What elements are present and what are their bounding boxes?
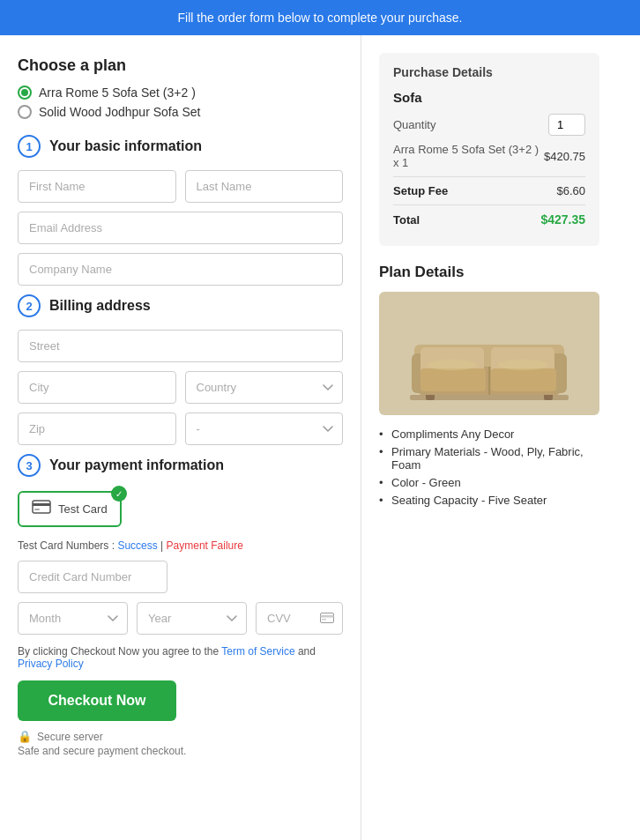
- sofa-image: [379, 292, 599, 415]
- cc-row: [18, 561, 343, 593]
- total-amount: $427.35: [540, 212, 585, 227]
- step2-circle: 2: [18, 294, 41, 317]
- setup-fee: $6.60: [556, 184, 585, 197]
- divider1: [393, 176, 585, 177]
- svg-rect-1: [33, 503, 50, 506]
- quantity-label: Quantity: [393, 118, 435, 131]
- privacy-link[interactable]: Privacy Policy: [18, 658, 84, 670]
- success-link[interactable]: Success: [117, 539, 157, 552]
- secure-info: 🔒 Secure server: [18, 730, 343, 743]
- radio-selected-icon: [18, 85, 32, 100]
- purchase-item-name: Sofa: [393, 90, 585, 105]
- svg-rect-4: [321, 615, 334, 618]
- plan-option-1-label: Arra Rome 5 Sofa Set (3+2 ): [39, 85, 196, 100]
- failure-link[interactable]: Payment Failure: [167, 539, 243, 552]
- step3-header: 3 Your payment information: [18, 454, 343, 477]
- divider2: [393, 204, 585, 205]
- state-select[interactable]: -: [185, 413, 344, 445]
- cc-number-input[interactable]: [18, 561, 167, 593]
- test-card-info: Test Card Numbers : Success | Payment Fa…: [18, 539, 343, 552]
- terms-between: and: [295, 645, 316, 658]
- svg-point-18: [428, 360, 477, 370]
- banner-text: Fill the order form below to complete yo…: [178, 11, 463, 25]
- item-price: $420.75: [544, 150, 585, 163]
- card-check-icon: ✓: [111, 486, 127, 502]
- svg-rect-0: [33, 501, 50, 513]
- month-select[interactable]: Month 01020304 05060708 09101112: [18, 602, 128, 635]
- left-panel: Choose a plan Arra Rome 5 Sofa Set (3+2 …: [0, 35, 361, 840]
- secure-sublabel: Safe and secure payment checkout.: [18, 745, 343, 757]
- zip-input[interactable]: [18, 413, 176, 445]
- terms-before: By clicking Checkout Now you agree to th…: [18, 645, 221, 658]
- top-banner: Fill the order form below to complete yo…: [0, 0, 640, 35]
- city-country-row: Country: [18, 371, 343, 404]
- cvv-card-icon: [320, 612, 334, 626]
- purchase-title: Purchase Details: [393, 65, 585, 79]
- plan-options: Arra Rome 5 Sofa Set (3+2 ) Solid Wood J…: [18, 85, 343, 119]
- plan-details: Plan Details: [379, 264, 599, 507]
- plan-details-title: Plan Details: [379, 264, 599, 281]
- step3-circle: 3: [18, 454, 41, 477]
- step1-header: 1 Your basic information: [18, 135, 343, 158]
- svg-rect-16: [420, 368, 486, 391]
- card-option[interactable]: Test Card ✓: [18, 491, 122, 527]
- quantity-row: Quantity: [393, 114, 585, 136]
- total-row: Total $427.35: [393, 212, 585, 227]
- svg-rect-5: [322, 619, 326, 621]
- card-label: Test Card: [58, 502, 108, 516]
- cvv-wrapper: [256, 602, 343, 635]
- credit-card-icon: [32, 500, 51, 518]
- item-price-row: Arra Rome 5 Sofa Set (3+2 ) x 1 $420.75: [393, 143, 585, 169]
- city-input[interactable]: [18, 371, 176, 404]
- svg-rect-2: [34, 509, 40, 510]
- email-input[interactable]: [18, 212, 343, 244]
- street-row: [18, 330, 343, 362]
- quantity-input[interactable]: [548, 114, 585, 136]
- plan-option-2[interactable]: Solid Wood Jodhpur Sofa Set: [18, 105, 343, 119]
- radio-unselected-icon: [18, 105, 32, 119]
- svg-rect-17: [491, 368, 556, 391]
- setup-fee-label: Setup Fee: [393, 184, 448, 197]
- step1-title: Your basic information: [49, 138, 202, 154]
- plan-feature-item: Seating Capacity - Five Seater: [379, 494, 599, 507]
- expiry-cvv-row: Month 01020304 05060708 09101112 Year 20…: [18, 602, 343, 635]
- test-card-text: Test Card Numbers :: [18, 539, 115, 552]
- terms-text: By clicking Checkout Now you agree to th…: [18, 645, 343, 670]
- plan-option-2-label: Solid Wood Jodhpur Sofa Set: [39, 105, 200, 119]
- tos-link[interactable]: Term of Service: [221, 645, 294, 658]
- right-panel: Purchase Details Sofa Quantity Arra Rome…: [361, 35, 617, 840]
- checkout-button[interactable]: Checkout Now: [18, 680, 176, 721]
- year-select[interactable]: Year 2024202520262027 202820292030: [137, 602, 247, 635]
- payment-section: Test Card ✓ Test Card Numbers : Success …: [18, 491, 343, 635]
- purchase-box: Purchase Details Sofa Quantity Arra Rome…: [379, 53, 599, 246]
- plan-feature-item: Primary Materials - Wood, Ply, Fabric, F…: [379, 445, 599, 472]
- secure-label: Secure server: [37, 731, 103, 743]
- svg-point-19: [498, 360, 547, 370]
- step1-circle: 1: [18, 135, 41, 158]
- choose-plan-title: Choose a plan: [18, 56, 343, 75]
- email-row: [18, 212, 343, 244]
- setup-fee-row: Setup Fee $6.60: [393, 184, 585, 197]
- step3-title: Your payment information: [49, 457, 224, 473]
- step2-title: Billing address: [49, 298, 151, 314]
- lock-icon: 🔒: [18, 730, 32, 743]
- company-row: [18, 253, 343, 286]
- plan-feature-item: Compliments Any Decor: [379, 427, 599, 441]
- name-row: [18, 170, 343, 203]
- first-name-input[interactable]: [18, 170, 176, 203]
- item-desc: Arra Rome 5 Sofa Set (3+2 ) x 1: [393, 143, 544, 169]
- street-input[interactable]: [18, 330, 343, 362]
- step2-header: 2 Billing address: [18, 294, 343, 317]
- last-name-input[interactable]: [185, 170, 344, 203]
- company-input[interactable]: [18, 253, 343, 286]
- country-select[interactable]: Country: [185, 371, 344, 404]
- plan-option-1[interactable]: Arra Rome 5 Sofa Set (3+2 ): [18, 85, 343, 100]
- total-label: Total: [393, 213, 420, 227]
- zip-state-row: -: [18, 413, 343, 445]
- svg-rect-3: [321, 613, 334, 622]
- plan-features: Compliments Any DecorPrimary Materials -…: [379, 427, 599, 507]
- plan-feature-item: Color - Green: [379, 476, 599, 489]
